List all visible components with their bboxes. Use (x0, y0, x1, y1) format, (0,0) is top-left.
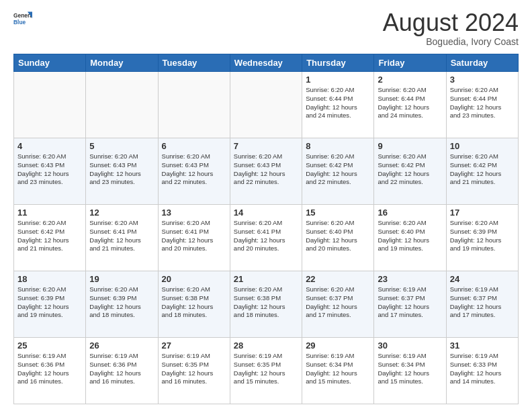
calendar-cell: 25Sunrise: 6:19 AM Sunset: 6:36 PM Dayli… (14, 338, 86, 404)
day-info: Sunrise: 6:20 AM Sunset: 6:43 PM Dayligh… (17, 152, 82, 187)
day-number: 5 (89, 141, 154, 151)
day-info: Sunrise: 6:20 AM Sunset: 6:44 PM Dayligh… (306, 86, 370, 120)
day-number: 1 (306, 75, 370, 85)
day-info: Sunrise: 6:20 AM Sunset: 6:37 PM Dayligh… (306, 285, 370, 320)
day-number: 10 (450, 141, 515, 151)
day-info: Sunrise: 6:20 AM Sunset: 6:38 PM Dayligh… (162, 285, 226, 320)
calendar-cell: 8Sunrise: 6:20 AM Sunset: 6:42 PM Daylig… (302, 138, 374, 205)
day-info: Sunrise: 6:20 AM Sunset: 6:44 PM Dayligh… (378, 86, 442, 120)
day-number: 13 (162, 208, 226, 218)
day-info: Sunrise: 6:19 AM Sunset: 6:34 PM Dayligh… (306, 352, 370, 386)
calendar-week-row: 1Sunrise: 6:20 AM Sunset: 6:44 PM Daylig… (14, 72, 519, 138)
day-number: 29 (306, 340, 370, 351)
day-number: 20 (162, 274, 226, 284)
calendar-cell (86, 72, 158, 138)
calendar-cell: 14Sunrise: 6:20 AM Sunset: 6:41 PM Dayli… (230, 205, 302, 271)
title-area: August 2024 Boguedia, Ivory Coast (383, 11, 519, 47)
calendar-week-row: 18Sunrise: 6:20 AM Sunset: 6:39 PM Dayli… (14, 271, 519, 338)
calendar-cell: 3Sunrise: 6:20 AM Sunset: 6:44 PM Daylig… (446, 72, 518, 138)
day-number: 16 (378, 208, 442, 218)
calendar-cell: 20Sunrise: 6:20 AM Sunset: 6:38 PM Dayli… (158, 271, 230, 338)
location: Boguedia, Ivory Coast (383, 36, 519, 47)
day-info: Sunrise: 6:20 AM Sunset: 6:41 PM Dayligh… (89, 219, 154, 253)
day-info: Sunrise: 6:20 AM Sunset: 6:42 PM Dayligh… (450, 152, 515, 187)
calendar-week-row: 25Sunrise: 6:19 AM Sunset: 6:36 PM Dayli… (14, 338, 519, 404)
calendar-cell: 31Sunrise: 6:19 AM Sunset: 6:33 PM Dayli… (446, 338, 518, 404)
day-info: Sunrise: 6:20 AM Sunset: 6:42 PM Dayligh… (306, 152, 370, 187)
calendar-cell: 24Sunrise: 6:19 AM Sunset: 6:37 PM Dayli… (446, 271, 518, 338)
day-info: Sunrise: 6:19 AM Sunset: 6:35 PM Dayligh… (162, 352, 226, 386)
calendar-cell: 29Sunrise: 6:19 AM Sunset: 6:34 PM Dayli… (302, 338, 374, 404)
calendar-cell: 22Sunrise: 6:20 AM Sunset: 6:37 PM Dayli… (302, 271, 374, 338)
calendar-cell: 11Sunrise: 6:20 AM Sunset: 6:42 PM Dayli… (14, 205, 86, 271)
calendar-day-header: Thursday (302, 54, 374, 72)
calendar-cell: 28Sunrise: 6:19 AM Sunset: 6:35 PM Dayli… (230, 338, 302, 404)
calendar-cell: 12Sunrise: 6:20 AM Sunset: 6:41 PM Dayli… (86, 205, 158, 271)
calendar-cell: 5Sunrise: 6:20 AM Sunset: 6:43 PM Daylig… (86, 138, 158, 205)
day-info: Sunrise: 6:19 AM Sunset: 6:33 PM Dayligh… (450, 352, 515, 386)
day-number: 31 (450, 340, 515, 351)
calendar-cell: 7Sunrise: 6:20 AM Sunset: 6:43 PM Daylig… (230, 138, 302, 205)
day-info: Sunrise: 6:19 AM Sunset: 6:34 PM Dayligh… (378, 352, 442, 386)
calendar-cell: 17Sunrise: 6:20 AM Sunset: 6:39 PM Dayli… (446, 205, 518, 271)
day-info: Sunrise: 6:20 AM Sunset: 6:42 PM Dayligh… (378, 152, 442, 187)
day-number: 2 (378, 75, 442, 85)
calendar-cell: 19Sunrise: 6:20 AM Sunset: 6:39 PM Dayli… (86, 271, 158, 338)
day-info: Sunrise: 6:20 AM Sunset: 6:39 PM Dayligh… (450, 219, 515, 253)
day-number: 12 (89, 208, 154, 218)
calendar-cell: 21Sunrise: 6:20 AM Sunset: 6:38 PM Dayli… (230, 271, 302, 338)
calendar-cell: 30Sunrise: 6:19 AM Sunset: 6:34 PM Dayli… (374, 338, 446, 404)
day-info: Sunrise: 6:19 AM Sunset: 6:37 PM Dayligh… (378, 285, 442, 320)
day-number: 19 (89, 274, 154, 284)
day-info: Sunrise: 6:20 AM Sunset: 6:40 PM Dayligh… (306, 219, 370, 253)
day-info: Sunrise: 6:19 AM Sunset: 6:36 PM Dayligh… (89, 352, 154, 386)
calendar-cell (14, 72, 86, 138)
calendar-day-header: Saturday (446, 54, 518, 72)
calendar-cell: 27Sunrise: 6:19 AM Sunset: 6:35 PM Dayli… (158, 338, 230, 404)
day-info: Sunrise: 6:20 AM Sunset: 6:40 PM Dayligh… (378, 219, 442, 253)
calendar-week-row: 11Sunrise: 6:20 AM Sunset: 6:42 PM Dayli… (14, 205, 519, 271)
calendar-day-header: Wednesday (230, 54, 302, 72)
day-number: 8 (306, 141, 370, 151)
day-number: 18 (17, 274, 82, 284)
day-number: 11 (17, 208, 82, 218)
day-number: 22 (306, 274, 370, 284)
calendar-cell (230, 72, 302, 138)
day-number: 4 (17, 141, 82, 151)
calendar-cell: 18Sunrise: 6:20 AM Sunset: 6:39 PM Dayli… (14, 271, 86, 338)
day-number: 26 (89, 340, 154, 351)
day-number: 24 (450, 274, 515, 284)
day-info: Sunrise: 6:20 AM Sunset: 6:43 PM Dayligh… (234, 152, 298, 187)
day-info: Sunrise: 6:20 AM Sunset: 6:41 PM Dayligh… (162, 219, 226, 253)
day-number: 23 (378, 274, 442, 284)
calendar-cell: 16Sunrise: 6:20 AM Sunset: 6:40 PM Dayli… (374, 205, 446, 271)
calendar-day-header: Friday (374, 54, 446, 72)
calendar-cell: 1Sunrise: 6:20 AM Sunset: 6:44 PM Daylig… (302, 72, 374, 138)
day-number: 30 (378, 340, 442, 351)
page: General Blue August 2024 Boguedia, Ivory… (0, 0, 532, 411)
logo-icon: General Blue (13, 11, 32, 30)
svg-text:Blue: Blue (13, 19, 26, 26)
calendar-day-header: Monday (86, 54, 158, 72)
day-info: Sunrise: 6:20 AM Sunset: 6:43 PM Dayligh… (162, 152, 226, 187)
day-info: Sunrise: 6:20 AM Sunset: 6:39 PM Dayligh… (17, 285, 82, 320)
day-number: 28 (234, 340, 298, 351)
logo: General Blue (13, 11, 32, 30)
calendar-cell: 23Sunrise: 6:19 AM Sunset: 6:37 PM Dayli… (374, 271, 446, 338)
day-info: Sunrise: 6:19 AM Sunset: 6:35 PM Dayligh… (234, 352, 298, 386)
calendar-cell (158, 72, 230, 138)
day-number: 17 (450, 208, 515, 218)
day-info: Sunrise: 6:20 AM Sunset: 6:41 PM Dayligh… (234, 219, 298, 253)
day-number: 21 (234, 274, 298, 284)
day-number: 7 (234, 141, 298, 151)
day-number: 27 (162, 340, 226, 351)
day-number: 3 (450, 75, 515, 85)
day-info: Sunrise: 6:20 AM Sunset: 6:42 PM Dayligh… (17, 219, 82, 253)
calendar-cell: 13Sunrise: 6:20 AM Sunset: 6:41 PM Dayli… (158, 205, 230, 271)
calendar-header-row: SundayMondayTuesdayWednesdayThursdayFrid… (14, 54, 519, 72)
calendar-cell: 26Sunrise: 6:19 AM Sunset: 6:36 PM Dayli… (86, 338, 158, 404)
calendar-day-header: Tuesday (158, 54, 230, 72)
calendar-cell: 2Sunrise: 6:20 AM Sunset: 6:44 PM Daylig… (374, 72, 446, 138)
calendar-table: SundayMondayTuesdayWednesdayThursdayFrid… (13, 54, 519, 404)
calendar-week-row: 4Sunrise: 6:20 AM Sunset: 6:43 PM Daylig… (14, 138, 519, 205)
